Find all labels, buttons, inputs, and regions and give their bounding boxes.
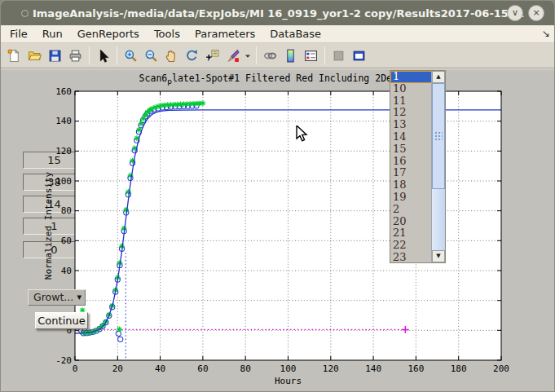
listbox-item-17[interactable]: 17	[390, 167, 432, 179]
open-file-icon	[28, 49, 42, 63]
x-tick-label: 180	[451, 363, 467, 374]
link-plots-button[interactable]	[260, 46, 280, 66]
toolbar	[1, 43, 555, 68]
zoom-in-icon	[124, 49, 138, 63]
zoom-in-button[interactable]	[121, 46, 141, 66]
menu-item-genreports[interactable]: GenReports	[70, 25, 147, 43]
growth-type-label: Growt...	[33, 291, 73, 303]
pan-hand-button[interactable]	[161, 46, 182, 66]
y-tick-label: 60	[61, 236, 72, 246]
spot-listbox[interactable]: 110111213141516171819220212223 ▲ ▼	[390, 70, 446, 263]
x-tick-label: 0	[73, 363, 78, 374]
x-tick-label: 140	[365, 363, 381, 374]
insert-legend-button[interactable]	[301, 46, 321, 66]
brush-icon	[226, 49, 240, 63]
listbox-item-12[interactable]: 12	[390, 107, 432, 119]
x-tick-label: 120	[323, 363, 339, 374]
plot-tools-off-icon	[332, 49, 346, 63]
listbox-item-19[interactable]: 19	[390, 192, 432, 204]
x-tick-label: 80	[240, 363, 251, 374]
stray-marker	[117, 326, 122, 332]
y-axis-label: Normalized Intensity	[43, 171, 54, 280]
listbox-item-1[interactable]: 1	[390, 71, 432, 83]
app-window: ImageAnalysis-/media/data/ExpJobs/MI 16_…	[0, 0, 555, 392]
y-tick-label: 40	[61, 266, 72, 276]
zoom-out-button[interactable]	[141, 46, 161, 66]
listbox-item-18[interactable]: 18	[390, 179, 432, 192]
listbox-item-10[interactable]: 10	[390, 83, 432, 95]
menu-bar: FileRunGenReportsToolsParametersDataBase…	[1, 25, 555, 43]
scrollbar-grip-icon	[434, 131, 443, 141]
open-file-button[interactable]	[24, 46, 45, 66]
listbox-item-14[interactable]: 14	[390, 131, 432, 143]
save-icon	[48, 49, 62, 63]
print-icon	[68, 49, 82, 63]
toolbar-separator	[256, 46, 257, 64]
x-tick-label: 20	[112, 363, 123, 374]
growth-type-dropdown[interactable]: Growt... ▾	[28, 289, 86, 306]
data-cursor-button[interactable]	[202, 46, 222, 66]
y-tick-label: 140	[55, 116, 72, 126]
menu-item-tools[interactable]: Tools	[147, 25, 187, 43]
x-tick-label: 200	[493, 363, 509, 374]
y-tick-label: 100	[55, 176, 72, 187]
listbox-item-16[interactable]: 16	[390, 156, 432, 168]
window-title: ImageAnalysis-/media/data/ExpJobs/MI 16_…	[33, 7, 524, 20]
data-cursor-icon	[205, 49, 219, 63]
insert-legend-icon	[304, 49, 318, 63]
new-file-button[interactable]	[4, 46, 24, 66]
close-button[interactable]: ×	[528, 5, 544, 21]
listbox-scrollbar[interactable]: ▲ ▼	[431, 71, 445, 262]
new-file-icon	[7, 49, 21, 63]
shade-button[interactable]: ∨	[507, 5, 523, 21]
listbox-item-2[interactable]: 2	[390, 204, 432, 216]
figure-area: 020406080100120140160180200-200204060801…	[1, 68, 555, 392]
window-menu-icon[interactable]	[21, 10, 29, 17]
listbox-item-21[interactable]: 21	[390, 227, 432, 240]
chevron-down-icon: ▾	[77, 290, 81, 305]
save-button[interactable]	[45, 46, 65, 66]
y-tick-label: 160	[55, 86, 72, 97]
plot-tools-off-button[interactable]	[328, 46, 349, 66]
listbox-item-13[interactable]: 13	[390, 119, 432, 131]
scrollbar-thumb[interactable]	[432, 83, 445, 189]
x-tick-label: 60	[197, 363, 208, 374]
scroll-down-button[interactable]: ▼	[432, 250, 445, 262]
scroll-up-button[interactable]: ▲	[432, 71, 445, 83]
continue-button[interactable]: Continue	[35, 312, 88, 329]
zoom-out-icon	[144, 49, 158, 63]
y-tick-label: -20	[55, 355, 72, 366]
toolbar-separator	[89, 46, 90, 64]
insert-colorbar-icon	[284, 49, 297, 63]
pointer-button[interactable]	[93, 46, 113, 66]
mouse-cursor-icon	[296, 126, 312, 143]
listbox-item-11[interactable]: 11	[390, 95, 432, 108]
x-axis-label: Hours	[275, 376, 302, 386]
menu-item-file[interactable]: File	[1, 25, 35, 43]
menu-item-run[interactable]: Run	[35, 25, 70, 43]
dock-figure-button[interactable]	[349, 46, 369, 66]
brush-dropdown-icon	[243, 49, 253, 63]
brush-button[interactable]	[222, 46, 243, 66]
dock-figure-icon	[352, 49, 366, 63]
insert-colorbar-button[interactable]	[280, 46, 301, 66]
listbox-item-23[interactable]: 23	[390, 252, 432, 263]
brush-dropdown-button[interactable]	[243, 46, 253, 66]
menu-overflow-icon[interactable]: ↘	[542, 28, 550, 39]
listbox-item-15[interactable]: 15	[390, 143, 432, 156]
rotate-3d-button[interactable]	[182, 46, 202, 66]
toolbar-separator	[324, 46, 325, 64]
pan-hand-icon	[165, 49, 178, 63]
pointer-icon	[96, 49, 110, 63]
menu-item-parameters[interactable]: Parameters	[187, 25, 262, 43]
x-tick-label: 40	[155, 363, 165, 374]
title-bar[interactable]: ImageAnalysis-/media/data/ExpJobs/MI 16_…	[1, 1, 555, 25]
menu-item-database[interactable]: DataBase	[262, 25, 328, 43]
y-tick-label: 120	[55, 146, 72, 156]
listbox-item-20[interactable]: 20	[390, 216, 432, 228]
listbox-item-22[interactable]: 22	[390, 240, 432, 252]
rotate-3d-icon	[185, 49, 199, 63]
toolbar-separator	[117, 46, 117, 64]
x-tick-label: 100	[280, 363, 297, 374]
print-button[interactable]	[65, 46, 86, 66]
